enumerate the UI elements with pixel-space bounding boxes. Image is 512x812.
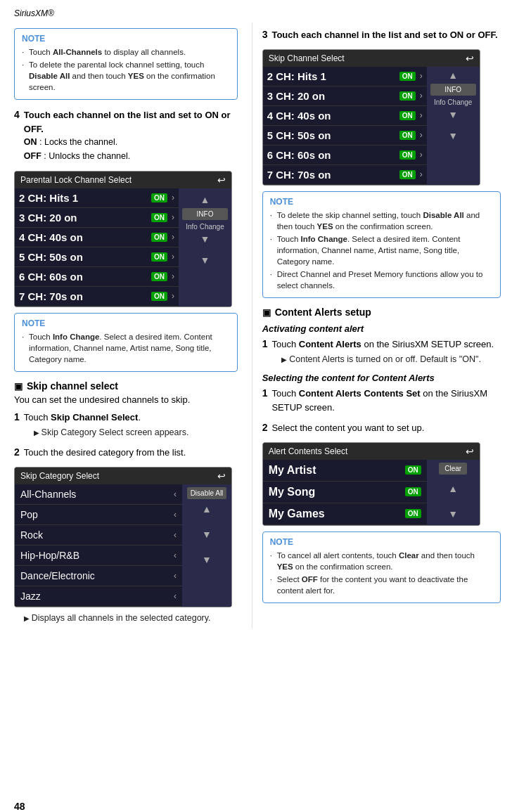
content-alerts-heading: ▣ Content Alerts setup [262,307,501,318]
alert-back-icon[interactable]: ↩ [466,446,474,457]
skip-side-panel: Disable All ▲ ▼ ▼ [182,484,231,607]
step-activate-text: Touch Content Alerts on the SiriusXM SET… [271,337,501,366]
on-desc: ON : Locks the channel. [24,136,238,149]
brand-name: SiriusXM® [14,8,54,18]
skip-channel-title: Skip Channel Select [269,53,345,63]
skip-channel-body: 2 CH: Hits 1 ON › 3 CH: 20 on ON › 4 CH:… [263,67,480,185]
note-item: To delete the parental lock channel sett… [22,59,230,93]
content-alerts-icon: ▣ [262,307,271,318]
channel-row[interactable]: 5 CH: 50s on ON › [263,126,427,146]
note-item: Touch All-Channels to display all channe… [22,46,230,58]
note-item: To cancel all alert contents, touch Clea… [270,550,493,572]
step-number-4: 4 [14,109,20,120]
disable-all-button[interactable]: Disable All [187,487,227,499]
channel-row[interactable]: 3 CH: 20 on ON › [15,208,179,228]
channel-row[interactable]: 6 CH: 60s on ON › [263,146,427,165]
right-scroll-down2-icon[interactable]: ▼ [448,130,458,141]
note-list-3: To delete the skip channel setting, touc… [270,210,493,292]
parental-screen-body: 2 CH: Hits 1 ON › 3 CH: 20 on ON › 4 CH:… [15,188,231,307]
skip-row[interactable]: Jazz ‹ [15,586,182,607]
scroll-up-icon[interactable]: ▲ [200,194,210,205]
step-activate-1: 1 Touch Content Alerts on the SiriusXM S… [262,337,501,366]
off-desc: OFF : Unlocks the channel. [24,150,238,163]
skip-icon: ▣ [14,381,23,392]
skip-row[interactable]: Rock ‹ [15,525,182,546]
step-select-1: 1 Touch Content Alerts Contents Set on t… [262,387,501,414]
skip-category-screen: Skip Category Select ↩ All-Channels ‹ Po… [14,467,232,607]
note-box-2: NOTE Touch Info Change. Select a desired… [14,313,238,372]
skip-scroll-up-icon[interactable]: ▲ [202,503,212,515]
channel-row[interactable]: 2 CH: Hits 1 ON › [263,67,427,86]
step-text-4: Touch each channel on the list and set t… [24,108,238,164]
note-box-3: NOTE To delete the skip channel setting,… [262,191,501,299]
right-info-button[interactable]: INFO [430,84,476,96]
right-scroll-up-icon[interactable]: ▲ [448,70,458,81]
alert-scroll-down-icon[interactable]: ▼ [448,508,458,520]
note-item: Select OFF for the content you want to d… [270,574,493,596]
right-scroll-down-icon[interactable]: ▼ [448,109,458,120]
scroll-down-icon[interactable]: ▼ [200,233,210,245]
info-button[interactable]: INFO [182,208,228,220]
clear-button[interactable]: Clear [439,463,467,475]
channel-row[interactable]: 7 CH: 70s on ON › [15,287,179,307]
alert-scroll-up-icon[interactable]: ▲ [448,483,458,494]
note-title-3: NOTE [270,197,493,207]
selecting-subtitle: Selecting the content for Content Alerts [262,373,501,383]
step-text-3: Touch each channel in the list and set t… [271,28,501,42]
left-column: NOTE Touch All-Channels to display all c… [0,22,249,629]
skip-channel-screen: Skip Channel Select ↩ 2 CH: Hits 1 ON › … [262,49,480,186]
skip-channel-heading: ▣ Skip channel select [14,380,238,392]
alert-screen-title: Alert Contents Select [269,446,348,456]
skip-step2-sub: Displays all channels in the selected ca… [14,613,238,623]
skip-scroll-down-icon[interactable]: ▼ [202,529,212,540]
channel-row[interactable]: 4 CH: 40s on ON › [263,106,427,126]
step-skip-text-2: Touch the desired category from the list… [24,446,238,460]
channel-row[interactable]: 4 CH: 40s on ON › [15,228,179,247]
note-box-1: NOTE Touch All-Channels to display all c… [14,28,238,100]
alert-row[interactable]: My Song ON [263,482,427,503]
skip-step1-sub: Skip Category Select screen appears. [24,426,238,439]
note-title-4: NOTE [270,537,493,547]
note-item: Touch Info Change. Select a desired item… [22,331,230,365]
step-skip-text-1: Touch Skip Channel Select. Skip Category… [24,411,238,439]
activating-subtitle: Activating content alert [262,323,501,334]
alert-row[interactable]: My Artist ON [263,460,427,482]
note-list-4: To cancel all alert contents, touch Clea… [270,550,493,596]
alert-row[interactable]: My Games ON [263,503,427,525]
skip-desc: You can set the undesired channels to sk… [14,394,238,405]
skip-back-arrow-icon[interactable]: ↩ [217,470,226,482]
skip-scroll-down2-icon[interactable]: ▼ [202,554,212,565]
skip-scroll-arrows: ▲ ▼ ▼ [202,503,212,565]
note-item: Direct Channel and Preset Memory functio… [270,269,493,291]
channel-row[interactable]: 3 CH: 20 on ON › [263,86,427,106]
channel-row[interactable]: 2 CH: Hits 1 ON › [15,188,179,208]
channel-row[interactable]: 5 CH: 50s on ON › [15,247,179,267]
right-column: 3 Touch each channel in the list and set… [255,22,512,629]
skip-row[interactable]: Dance/Electronic ‹ [15,566,182,586]
step-number-3: 3 [262,29,268,40]
column-divider [252,22,252,629]
skip-heading-text: Skip channel select [27,380,118,392]
alert-screen-body: My Artist ON My Song ON My Games ON [263,460,480,525]
alert-row-list: My Artist ON My Song ON My Games ON [263,460,427,525]
skip-category-body: All-Channels ‹ Pop ‹ Rock ‹ Hip-Hop/R& [15,484,231,607]
step-activate-num: 1 [262,338,268,349]
note-list-1: Touch All-Channels to display all channe… [22,46,230,93]
skip-row[interactable]: Hip-Hop/R&B ‹ [15,546,182,566]
step-select-text-1: Touch Content Alerts Contents Set on the… [271,387,501,414]
parental-side-panel: ▲ INFO Info Change ▼ ▼ [179,188,231,307]
step-skip-num-1: 1 [14,411,20,423]
note-title-2: NOTE [22,318,230,328]
skip-channel-back-icon[interactable]: ↩ [466,53,474,64]
channel-row[interactable]: 6 CH: 60s on ON › [15,267,179,287]
info-change-label: Info Change [186,223,224,231]
skip-row[interactable]: All-Channels ‹ [15,484,182,505]
scroll-down2-icon[interactable]: ▼ [200,254,210,266]
step-select-text-2: Select the content you want to set up. [271,421,501,435]
note-title-1: NOTE [22,34,230,44]
parental-screen-header: Parental Lock Channel Select ↩ [15,172,231,188]
channel-row[interactable]: 7 CH: 70s on ON › [263,165,427,185]
skip-row[interactable]: Pop ‹ [15,505,182,525]
alert-side-panel: Clear ▲ ▼ [427,460,480,525]
back-arrow-icon[interactable]: ↩ [217,174,226,186]
